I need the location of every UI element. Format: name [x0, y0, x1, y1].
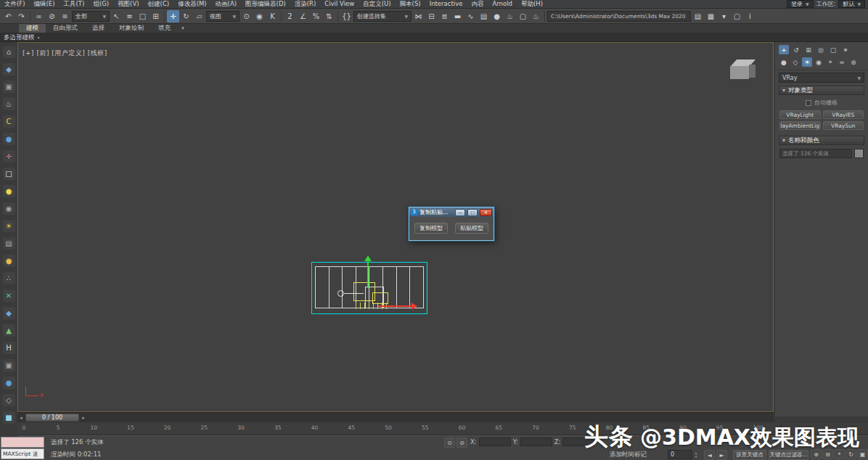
menu-item[interactable]: 帮助(H)	[517, 0, 547, 9]
menu-item[interactable]: 内容	[467, 0, 488, 9]
select-object-icon[interactable]: ↖	[110, 10, 123, 22]
left-tool-icon-15[interactable]: ✕	[3, 289, 15, 302]
redo-icon[interactable]: ↷	[15, 10, 28, 22]
object-type-button[interactable]: layAmbientLig	[779, 121, 821, 130]
minimize-icon[interactable]: —	[455, 209, 465, 216]
key-filters-button[interactable]: 关键点过滤器...	[769, 450, 808, 460]
rendered-frame-window-icon[interactable]: ▢	[517, 10, 529, 22]
menu-item[interactable]: 创建(C)	[144, 0, 174, 9]
object-type-rollout[interactable]: ▾ 对象类型	[779, 86, 864, 95]
object-type-button[interactable]: VRaySun	[823, 121, 864, 130]
left-tool-icon-2[interactable]: ◆	[3, 63, 15, 75]
select-by-name-icon[interactable]: ≡	[123, 10, 136, 22]
motion-tab[interactable]: ◎	[816, 45, 826, 54]
macro-recorder-box[interactable]	[1, 437, 44, 448]
use-pivot-point-icon[interactable]: ⊙	[240, 10, 253, 22]
track-bar[interactable]: 0510152025303540455055606570758085909510…	[17, 422, 868, 435]
workspace-dropdown[interactable]: 默认 ▼	[838, 0, 865, 8]
geometry-category[interactable]: ●	[779, 57, 789, 67]
render-setup-icon[interactable]: ♨	[504, 10, 516, 22]
move-gizmo-y-arrowhead[interactable]	[364, 255, 372, 261]
paste-model-button[interactable]: 粘贴模型	[455, 223, 488, 234]
object-category-dropdown[interactable]: VRay ▼	[779, 73, 864, 83]
left-tool-icon-14[interactable]: ∴	[3, 272, 15, 284]
zoom-extents-icon[interactable]: ⌖	[834, 449, 845, 459]
menu-item[interactable]: Civil View	[320, 0, 359, 9]
menu-item[interactable]: 视图(V)	[113, 0, 143, 9]
left-tool-icon-18[interactable]: H	[3, 342, 15, 354]
utilities-tab[interactable]: ✶	[840, 45, 851, 54]
maxscript-listener-box[interactable]: MAXScript 迷	[1, 448, 44, 459]
toggle-ribbon-icon[interactable]: ▬	[451, 10, 464, 22]
edit-named-sets-icon[interactable]: {}	[340, 10, 353, 22]
left-tool-icon-8[interactable]: □	[3, 168, 15, 180]
display-tab[interactable]: ▢	[828, 45, 838, 54]
left-tool-icon-21[interactable]: ◇	[3, 394, 15, 406]
menu-item[interactable]: Interactive	[425, 0, 467, 9]
workspace-drop-icon[interactable]: ▾	[718, 10, 730, 22]
shapes-category[interactable]: ◇	[790, 57, 801, 67]
named-selection-sets-dropdown[interactable]: 创建选择集 ▼	[353, 11, 412, 22]
layer-explorer-icon[interactable]: ≣	[438, 10, 451, 22]
render-frame-icon[interactable]: ▢	[731, 10, 743, 22]
object-type-button[interactable]: VRayIES	[823, 110, 864, 119]
maximize-viewport-icon[interactable]: ▣	[857, 449, 868, 459]
systems-category[interactable]: ⊛	[848, 57, 859, 67]
ribbon-tab-3[interactable]: 选择	[85, 23, 112, 33]
spinner-down-icon[interactable]: ▾	[695, 455, 697, 459]
menu-item[interactable]: 动画(A)	[211, 0, 241, 9]
bind-to-space-warp-icon[interactable]: ≋	[59, 10, 71, 22]
dialog-titlebar[interactable]: 3 复制粘贴... — □ ✕	[409, 208, 494, 217]
window-crossing-icon[interactable]: ⊞	[150, 10, 162, 22]
isolate-selection-icon[interactable]: ⊙	[444, 438, 455, 448]
modify-tab[interactable]: ↺	[791, 45, 801, 54]
left-tool-icon-7[interactable]: ✛	[3, 150, 15, 163]
current-frame-field[interactable]: 0	[668, 450, 692, 459]
copy-model-button[interactable]: 复制模型	[414, 223, 448, 234]
menu-item[interactable]: 工具(T)	[60, 0, 89, 9]
left-tool-icon-10[interactable]: ◉	[3, 202, 15, 215]
cameras-category[interactable]: ◉	[814, 57, 824, 67]
ribbon-subtab-polygon-modeling[interactable]: 多边形建模	[4, 33, 35, 42]
angle-snap-icon[interactable]: ∠	[297, 10, 309, 22]
y-field[interactable]	[520, 438, 552, 446]
select-and-move-icon[interactable]: ✛	[167, 10, 179, 22]
percent-snap-icon[interactable]: %	[310, 10, 322, 22]
name-color-rollout[interactable]: ▾ 名称和颜色	[779, 136, 864, 145]
menu-item[interactable]: 修改器(M)	[173, 0, 210, 9]
reference-coordinate-dropdown[interactable]: 视图 ▼	[206, 11, 239, 22]
object-type-button[interactable]: VRayLight	[779, 110, 821, 119]
menu-item[interactable]: 组(G)	[89, 0, 113, 9]
x-field[interactable]	[479, 438, 511, 446]
close-icon[interactable]: ✕	[480, 209, 492, 216]
maximize-icon[interactable]: □	[467, 209, 478, 216]
viewcube[interactable]	[728, 57, 760, 83]
left-tool-icon-6[interactable]: ●	[3, 133, 15, 145]
schematic-view-icon[interactable]: ▤	[478, 10, 490, 22]
lights-category[interactable]: ☀	[802, 57, 812, 67]
info-icon[interactable]: i	[744, 10, 756, 22]
keyboard-override-icon[interactable]: K	[266, 10, 279, 22]
menu-item[interactable]: 自定义(U)	[359, 0, 395, 9]
selection-filter-dropdown[interactable]: 全部 ▼	[72, 11, 110, 22]
ribbon-tab-1[interactable]: 建模	[19, 23, 46, 33]
select-and-rotate-icon[interactable]: ↻	[180, 10, 192, 22]
orbit-icon[interactable]: ↻	[846, 449, 856, 459]
left-tool-icon-12[interactable]: ▤	[3, 237, 15, 250]
helpers-category[interactable]: ⌖	[825, 57, 835, 67]
autogrid-checkbox[interactable]	[806, 100, 811, 106]
frame-spinner[interactable]: ▴ ▾	[693, 450, 699, 459]
left-tool-icon-20[interactable]: ●	[3, 377, 15, 389]
space-warps-category[interactable]: ≈	[837, 57, 847, 67]
render-production-icon[interactable]: ♨	[530, 10, 542, 22]
align-icon[interactable]: ⊟	[425, 10, 438, 22]
zoom-all-icon[interactable]: ⊞	[822, 449, 833, 459]
left-tool-icon-17[interactable]: ▲	[3, 324, 15, 337]
left-tool-icon-16[interactable]: ◆	[3, 307, 15, 319]
create-tab[interactable]: +	[779, 45, 789, 54]
unlink-selection-icon[interactable]: ⊘	[46, 10, 58, 22]
project-path-field[interactable]: C:\Users\Administrator\Documents\3ds Max…	[547, 11, 691, 22]
add-time-tag[interactable]: 添加时间标记	[610, 451, 647, 459]
left-tool-icon-9[interactable]: ●	[3, 185, 15, 197]
ribbon-tab-2[interactable]: 自由形式	[46, 23, 85, 33]
